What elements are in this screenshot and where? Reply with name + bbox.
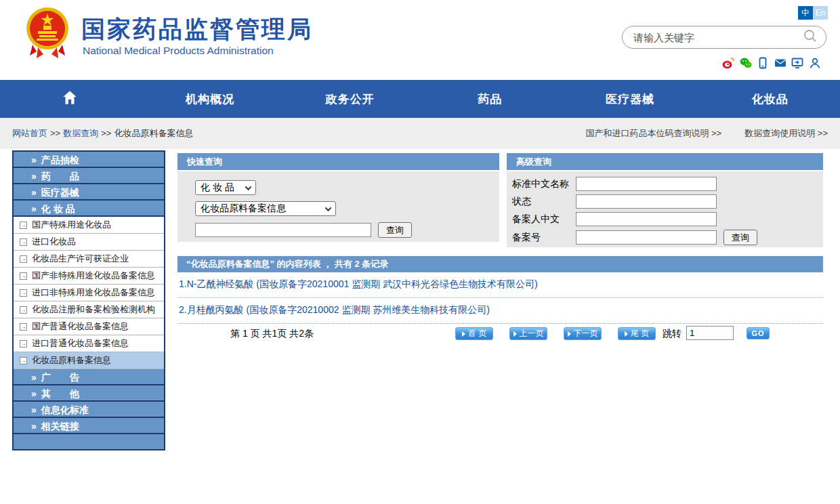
go-button[interactable]: GO <box>747 327 770 339</box>
sidebar-item-domestic-special-cosmetics[interactable]: →国产特殊用途化妆品 <box>14 217 164 234</box>
breadcrumb-right-links: 国产和进口药品本位码查询说明 >> 数据查询使用说明 >> <box>585 118 828 148</box>
sidebar-item-drugs[interactable]: »药 品 <box>14 168 164 184</box>
result-row[interactable]: 1.N-乙酰神经氨酸 (国妆原备字20210001 监测期 武汉中科光谷绿色生物… <box>177 272 823 298</box>
jump-page-input[interactable] <box>686 326 734 340</box>
mail-icon[interactable] <box>774 57 786 69</box>
home-icon <box>61 89 79 110</box>
breadcrumb-separator: >> <box>101 128 111 138</box>
sidebar-item-imported-nonspecial-filing[interactable]: →进口非特殊用途化妆品备案信息 <box>14 285 164 301</box>
arrow-box-icon: → <box>20 289 27 297</box>
field-label-filing-number: 备案号 <box>512 232 576 244</box>
breadcrumb-data-query[interactable]: 数据查询 <box>63 127 98 140</box>
quick-keyword-input[interactable] <box>195 223 371 237</box>
query-usage-help-link[interactable]: 数据查询使用说明 >> <box>744 127 828 140</box>
status-input[interactable] <box>576 194 717 209</box>
screen-icon[interactable] <box>791 57 803 69</box>
prev-page-button[interactable]: 上一页 <box>509 327 547 340</box>
search-input[interactable] <box>633 32 803 43</box>
arrow-box-icon: → <box>20 238 27 246</box>
registrant-input[interactable] <box>576 212 717 226</box>
arrow-box-icon: → <box>20 323 27 331</box>
site-header: 国家药品监督管理局 National Medical Products Admi… <box>0 0 840 80</box>
advanced-query-panel: 高级查询 标准中文名称 状态 备案人中文 备案号 查询 <box>507 153 823 247</box>
nav-home[interactable] <box>0 80 140 118</box>
play-icon <box>462 331 465 337</box>
play-icon <box>568 331 571 337</box>
site-subtitle: National Medical Products Administration <box>83 45 274 57</box>
sidebar-item-info-standards[interactable]: »信息化标准 <box>14 402 164 418</box>
query-type-select[interactable]: 化妆品原料备案信息 <box>195 201 336 216</box>
user-icon[interactable] <box>809 57 821 69</box>
search-icon[interactable] <box>803 28 818 46</box>
sidebar-item-related-links[interactable]: »相关链接 <box>14 418 164 434</box>
page-summary: 第 1 页 共1页 共2条 <box>230 328 314 340</box>
weibo-icon[interactable] <box>722 57 734 69</box>
result-row[interactable]: 2.月桂酰丙氨酸 (国妆原备字20210002 监测期 苏州维美生物科技有限公司… <box>177 298 823 324</box>
sidebar-item-medical-devices[interactable]: »医疗器械 <box>14 184 164 201</box>
sidebar-item-imported-cosmetics[interactable]: →进口化妆品 <box>14 234 164 251</box>
advanced-query-button[interactable]: 查询 <box>723 230 757 245</box>
breadcrumb-bar: 网站首页 >> 数据查询 >> 化妆品原料备案信息 国产和进口药品本位码查询说明… <box>0 118 840 148</box>
national-emblem-icon <box>26 5 69 62</box>
arrow-box-icon: → <box>20 272 27 280</box>
language-switcher: 中 En <box>798 6 828 20</box>
breadcrumb: 网站首页 >> 数据查询 >> 化妆品原料备案信息 <box>12 118 193 148</box>
nav-item-devices[interactable]: 医疗器械 <box>560 80 700 118</box>
sidebar-footer-bar <box>14 434 164 450</box>
arrow-box-icon: → <box>20 255 27 263</box>
nav-item-org[interactable]: 机构概况 <box>140 80 280 118</box>
sidebar-item-product-sampling[interactable]: »产品抽检 <box>14 152 164 168</box>
sidebar-item-domestic-nonspecial-filing[interactable]: →国产非特殊用途化妆品备案信息 <box>14 268 164 285</box>
first-page-button[interactable]: 首 页 <box>455 327 493 340</box>
filing-number-input[interactable] <box>576 230 717 245</box>
sidebar-item-inspection-institutions[interactable]: →化妆品注册和备案检验检测机构 <box>14 301 164 318</box>
chevron-down-icon <box>325 205 332 211</box>
field-label-status: 状态 <box>512 196 576 208</box>
social-icon-row <box>722 57 821 69</box>
breadcrumb-home[interactable]: 网站首页 <box>12 127 47 140</box>
sidebar-item-imported-general-filing[interactable]: →进口普通化妆品备案信息 <box>14 335 164 352</box>
arrow-box-icon: → <box>20 340 27 348</box>
category-select[interactable]: 化 妆 品 <box>195 180 256 195</box>
play-icon <box>625 331 628 337</box>
breadcrumb-current: 化妆品原料备案信息 <box>114 127 193 140</box>
nav-item-cosmetics[interactable]: 化妆品 <box>700 80 840 118</box>
jump-label: 跳转 <box>663 328 681 340</box>
field-label-standard-name: 标准中文名称 <box>512 178 576 190</box>
arrow-box-icon: → <box>20 222 27 229</box>
sidebar-item-licensed-manufacturers[interactable]: →化妆品生产许可获证企业 <box>14 251 164 268</box>
lang-en-button[interactable]: En <box>813 6 828 20</box>
quick-query-panel: 快速查询 化 妆 品 化妆品原料备案信息 查询 <box>177 153 499 242</box>
sidebar-item-domestic-general-filing[interactable]: →国产普通化妆品备案信息 <box>14 318 164 335</box>
last-page-button[interactable]: 尾 页 <box>618 327 656 340</box>
nav-item-gov[interactable]: 政务公开 <box>280 80 420 118</box>
quick-query-body: 化 妆 品 化妆品原料备案信息 查询 <box>177 171 499 242</box>
next-page-button[interactable]: 下一页 <box>564 327 602 340</box>
main-nav: 机构概况 政务公开 药品 医疗器械 化妆品 <box>0 80 840 118</box>
lang-zh-button[interactable]: 中 <box>798 6 813 20</box>
sidebar-item-advertising[interactable]: »广 告 <box>14 369 164 385</box>
standard-name-input[interactable] <box>576 177 717 191</box>
site-title: 国家药品监督管理局 <box>81 14 313 45</box>
field-label-registrant: 备案人中文 <box>512 213 576 226</box>
sidebar-item-raw-material-filing[interactable]: →化妆品原料备案信息 <box>14 352 164 369</box>
sidebar: »产品抽检 »药 品 »医疗器械 »化 妆 品 →国产特殊用途化妆品 →进口化妆… <box>12 150 165 450</box>
nav-item-drugs[interactable]: 药品 <box>420 80 560 118</box>
results-title: “化妆品原料备案信息” 的内容列表 ， 共有 2 条记录 <box>177 256 823 272</box>
wechat-icon[interactable] <box>740 57 752 69</box>
site-search <box>622 26 826 49</box>
advanced-query-title: 高级查询 <box>507 153 823 170</box>
breadcrumb-separator: >> <box>50 128 60 138</box>
drug-code-help-link[interactable]: 国产和进口药品本位码查询说明 >> <box>585 127 721 140</box>
pager-buttons: 首 页 上一页 下一页 尾 页 <box>455 327 656 340</box>
quick-query-title: 快速查询 <box>177 153 499 170</box>
sidebar-item-cosmetics[interactable]: »化 妆 品 <box>14 201 164 217</box>
quick-query-button[interactable]: 查询 <box>378 222 412 238</box>
advanced-query-body: 标准中文名称 状态 备案人中文 备案号 查询 <box>507 171 823 247</box>
sidebar-item-others[interactable]: »其 他 <box>14 385 164 402</box>
arrow-box-icon: → <box>20 357 27 364</box>
arrow-box-icon: → <box>20 306 27 314</box>
mobile-icon[interactable] <box>757 57 769 69</box>
play-icon <box>513 331 517 337</box>
results-list: 1.N-乙酰神经氨酸 (国妆原备字20210001 监测期 武汉中科光谷绿色生物… <box>177 272 823 324</box>
